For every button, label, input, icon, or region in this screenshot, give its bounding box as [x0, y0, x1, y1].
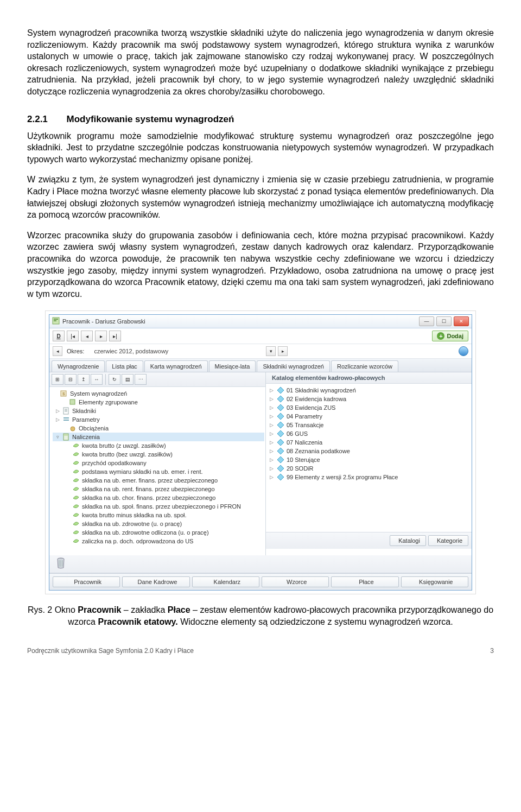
- tool-collapse-icon[interactable]: ⊟: [65, 374, 77, 385]
- tab-lista-plac[interactable]: Lista płac: [106, 360, 143, 372]
- node-label: 04 Parametry: [287, 413, 322, 420]
- leaf-item[interactable]: składka na ub. rent. finans. przez ubezp…: [70, 485, 264, 493]
- tool-up-icon[interactable]: ↥: [78, 374, 90, 385]
- heading-2-2-1: 2.2.1 Modyfikowanie systemu wynagrodzeń: [27, 114, 494, 125]
- nav-last-button[interactable]: ▸|: [109, 331, 121, 341]
- leaf-icon: [72, 503, 80, 510]
- catalog-node[interactable]: ▷04 Parametry: [267, 412, 471, 421]
- figure-caption: Rys. 2 Okno Pracownik – zakładka Płace –…: [27, 604, 494, 627]
- foot-wzorce-button[interactable]: Wzorce: [262, 576, 329, 587]
- diamond-icon: [277, 456, 284, 464]
- foot-place-button[interactable]: $Płace: [331, 576, 398, 587]
- nav-first-button[interactable]: |◂: [67, 331, 79, 341]
- leaf-icon: [72, 494, 80, 502]
- svg-rect-8: [63, 408, 68, 414]
- catalog-node[interactable]: ▷01 Składniki wynagrodzeń: [267, 386, 471, 395]
- node-label: 20 SODiR: [287, 465, 314, 472]
- minimize-button[interactable]: —: [419, 316, 434, 326]
- node-label: kwota brutto minus składka na ub. społ.: [82, 512, 187, 518]
- right-tree[interactable]: ▷01 Składniki wynagrodzeń ▷02 Ewidencja …: [266, 384, 472, 532]
- node-label: 02 Ewidencja kadrowa: [287, 396, 346, 402]
- help-icon[interactable]: [459, 346, 468, 356]
- leaf-item[interactable]: kwota brutto (bez uwzgl. zasiłków): [70, 450, 264, 459]
- catalog-node[interactable]: ▷08 Zeznania podatkowe: [267, 447, 471, 455]
- diamond-icon: [277, 413, 284, 420]
- catalog-node[interactable]: ▷03 Ewidencja ZUS: [267, 403, 471, 412]
- leaf-item[interactable]: kwota brutto (z uwzgl. zasiłków): [70, 441, 264, 450]
- kategorie-button[interactable]: Kategorie: [428, 535, 468, 546]
- node-label: przychód opodatkowany: [82, 460, 147, 466]
- catalog-node[interactable]: ▷05 Transakcje: [267, 421, 471, 429]
- period-dropdown-button[interactable]: ▾: [266, 346, 276, 356]
- node-label: Składniki: [72, 408, 96, 414]
- nav-next-button[interactable]: ▸: [95, 331, 107, 341]
- leaf-item[interactable]: składka na ub. chor. finans. przez ubezp…: [70, 493, 264, 502]
- diamond-icon: [277, 395, 284, 403]
- leaf-item[interactable]: przychód opodatkowany: [70, 459, 264, 467]
- add-button[interactable]: + Dodaj: [432, 331, 468, 341]
- node-parametry[interactable]: ▷Parametry: [53, 415, 264, 424]
- catalog-node[interactable]: ▷10 Sterujące: [267, 455, 471, 464]
- leaf-item[interactable]: składka na ub. zdrowotne odliczona (u. o…: [70, 528, 264, 537]
- tool-expand-icon[interactable]: ⊞: [52, 374, 63, 385]
- catalog-node[interactable]: ▷20 SODiR: [267, 464, 471, 473]
- leaf-item[interactable]: podstawa wymiaru składki na ub. emer. i …: [70, 467, 264, 476]
- tab-wynagrodzenie[interactable]: Wynagrodzenie: [52, 360, 105, 372]
- tool-refresh-icon[interactable]: ↻: [109, 374, 120, 385]
- tab-miesiace-lata[interactable]: Miesiące-lata: [209, 360, 256, 372]
- tool-drag-icon[interactable]: ↔: [91, 374, 103, 385]
- katalogi-button[interactable]: Katalogi: [390, 535, 426, 546]
- catalog-node[interactable]: ▷99 Elementy z wersji 2.5x programu Płac…: [267, 473, 471, 481]
- tool-extra-icon[interactable]: ⋯: [135, 374, 147, 385]
- catalog-node[interactable]: ▷02 Ewidencja kadrowa: [267, 395, 471, 403]
- calc-icon: [62, 433, 70, 441]
- leaf-item[interactable]: składka na ub. zdrowotne (u. o pracę): [70, 519, 264, 528]
- diamond-icon: [277, 404, 284, 411]
- node-label: składka na ub. zdrowotne odliczona (u. o…: [82, 529, 209, 536]
- node-label: 10 Sterujące: [287, 456, 320, 463]
- tab-karta-wynagrodzen[interactable]: Karta wynagrodzeń: [144, 360, 208, 372]
- foot-pracownik-button[interactable]: Pracownik: [53, 576, 120, 587]
- foot-ksiegowanie-button[interactable]: Księgowanie: [401, 576, 468, 587]
- tab-skladniki-wynagrodzen[interactable]: Składniki wynagrodzeń: [257, 360, 330, 372]
- node-label: Naliczenia: [72, 434, 100, 440]
- maximize-button[interactable]: ☐: [436, 316, 452, 326]
- node-elementy-zgrupowane[interactable]: Elementy zgrupowane: [59, 398, 264, 407]
- node-label: 07 Naliczenia: [287, 439, 322, 446]
- leaf-icon: [72, 459, 80, 467]
- node-obciazenia[interactable]: Obciążenia: [59, 424, 264, 433]
- period-field[interactable]: czerwiec 2012, podstawowy: [91, 347, 264, 356]
- leaf-item[interactable]: składka na ub. społ. finans. przez ubezp…: [70, 502, 264, 511]
- leaf-item[interactable]: zaliczka na p. doch. odprowadzona do US: [70, 537, 264, 545]
- node-skladniki[interactable]: ▷Składniki: [53, 407, 264, 415]
- node-label: składka na ub. społ. finans. przez ubezp…: [82, 503, 241, 510]
- svg-rect-2: [54, 320, 56, 321]
- close-button[interactable]: ✕: [454, 316, 469, 326]
- catalog-node[interactable]: ▷07 Naliczenia: [267, 438, 471, 447]
- leaf-item[interactable]: kwota brutto minus składka na ub. społ.: [70, 511, 264, 519]
- heading-number: 2.2.1: [27, 114, 48, 124]
- tool-sheet-icon[interactable]: ▤: [122, 374, 134, 385]
- foot-kalendarz-button[interactable]: Kalendarz: [192, 576, 259, 587]
- catalog-node[interactable]: ▷06 GUS: [267, 429, 471, 438]
- nav-d-button[interactable]: D: [53, 331, 65, 341]
- node-label: zaliczka na p. doch. odprowadzona do US: [82, 538, 193, 544]
- leaf-icon: [72, 485, 80, 493]
- tab-rozliczanie-wzorcow[interactable]: Rozliczanie wzorców: [331, 360, 398, 372]
- node-system-wynagrodzen[interactable]: $System wynagrodzeń: [50, 389, 264, 398]
- screenshot-frame: Pracownik - Dariusz Grabowski — ☐ ✕ D |◂…: [45, 310, 476, 594]
- foot-dane-kadrowe-button[interactable]: Dane Kadrowe: [122, 576, 189, 587]
- node-label: Elementy zgrupowane: [79, 399, 138, 405]
- period-prev-button[interactable]: ◂: [53, 346, 62, 356]
- btn-label: Pracownik: [74, 579, 101, 585]
- node-label: kwota brutto (bez uwzgl. zasiłków): [82, 451, 173, 458]
- node-label: składka na ub. chor. finans. przez ubezp…: [82, 494, 215, 501]
- nav-prev-button[interactable]: ◂: [81, 331, 93, 341]
- trash-icon[interactable]: [55, 557, 67, 571]
- heading-text: Modyfikowanie systemu wynagrodzeń: [67, 114, 234, 124]
- diamond-icon: [277, 473, 284, 481]
- leaf-item[interactable]: składka na ub. emer. finans. przez ubezp…: [70, 476, 264, 485]
- left-tree[interactable]: $System wynagrodzeń Elementy zgrupowane …: [49, 387, 265, 555]
- node-naliczenia[interactable]: ▿Naliczenia: [53, 433, 264, 441]
- period-next-button[interactable]: ▸: [278, 346, 288, 356]
